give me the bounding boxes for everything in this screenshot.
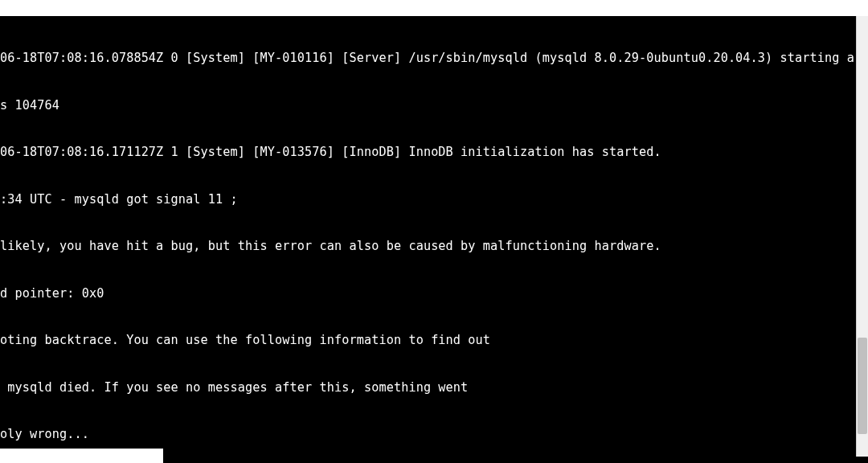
pager-status-bar: og/mysql/error.log [0,449,163,463]
log-line: 06-18T07:08:16.078854Z 0 [System] [MY-01… [0,51,868,67]
terminal-output[interactable]: 06-18T07:08:16.078854Z 0 [System] [MY-01… [0,16,868,463]
log-line: likely, you have hit a bug, but this err… [0,239,868,255]
log-line: oting backtrace. You can use the followi… [0,333,868,349]
log-line: d pointer: 0x0 [0,286,868,302]
window-tabbar [0,0,868,16]
log-line: :34 UTC - mysqld got signal 11 ; [0,192,868,208]
scrollbar-track[interactable] [856,16,868,457]
scrollbar-thumb[interactable] [858,338,867,434]
log-line: oly wrong... [0,427,868,443]
log-line: mysqld died. If you see no messages afte… [0,380,868,396]
log-line: s 104764 [0,98,868,114]
log-line: 06-18T07:08:16.171127Z 1 [System] [MY-01… [0,145,868,161]
